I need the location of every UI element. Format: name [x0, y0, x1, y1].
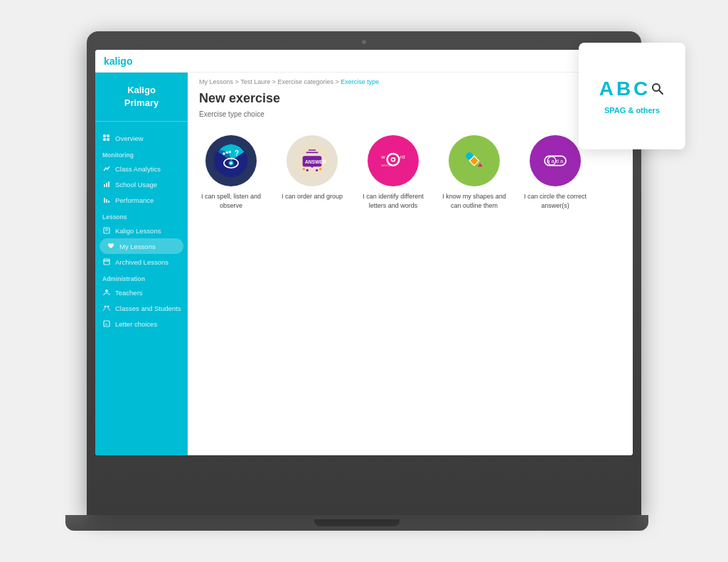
exercise-card-spell[interactable]: ? I can spell, listen and observe: [199, 135, 263, 210]
group-icon: [102, 304, 111, 312]
sidebar-item-overview[interactable]: Overview: [95, 130, 188, 146]
letter-icon: A: [102, 319, 111, 328]
order-icon: ANSWER: [287, 135, 338, 186]
svg-point-25: [230, 162, 232, 164]
breadcrumb: My Lessons > Test Laure > Exercise categ…: [188, 73, 633, 88]
laptop-screen: kaligo KaligoPrimary Overview Monitoring: [95, 50, 633, 455]
svg-point-28: [229, 151, 231, 153]
breadcrumb-item-2[interactable]: Test Laure: [240, 78, 270, 85]
bar-icon: [102, 180, 111, 189]
search-icon: [651, 82, 665, 96]
sidebar-label-archived-lessons: Archived Lessons: [115, 258, 168, 266]
exercise-card-order[interactable]: ANSWER: [280, 135, 344, 210]
svg-text:?: ?: [235, 149, 239, 157]
svg-rect-6: [104, 184, 105, 187]
sidebar: KaligoPrimary Overview Monitoring Clas: [95, 73, 188, 455]
laptop-notch: [314, 519, 400, 526]
sidebar-label-performance: Performance: [115, 196, 154, 204]
svg-rect-11: [108, 201, 109, 203]
exercise-card-shapes[interactable]: I know my shapes and can outline them: [442, 135, 506, 210]
svg-rect-4: [103, 138, 106, 141]
breadcrumb-item-1[interactable]: My Lessons: [199, 78, 233, 85]
svg-text:word: word: [380, 163, 390, 167]
laptop: kaligo KaligoPrimary Overview Monitoring: [80, 31, 648, 531]
exercise-grid: ? I can spell, listen and observe: [188, 129, 633, 221]
sidebar-label-my-lessons: My Lessons: [119, 243, 156, 250]
school-name: KaligoPrimary: [95, 84, 188, 122]
sidebar-section-lessons: Lessons: [95, 208, 188, 223]
svg-text:w: w: [380, 154, 385, 160]
circle-label: I can circle the correct answer(s): [523, 192, 587, 210]
svg-point-27: [226, 152, 228, 154]
svg-point-35: [303, 168, 305, 170]
exercise-card-identify[interactable]: w rd word I can identif: [361, 135, 425, 210]
svg-text:ANSWER: ANSWER: [305, 159, 326, 164]
svg-line-1: [659, 90, 663, 94]
main-layout: KaligoPrimary Overview Monitoring Clas: [95, 73, 633, 455]
laptop-camera: [362, 40, 366, 44]
order-label: I can order and group: [282, 192, 343, 201]
breadcrumb-item-4[interactable]: Exercise type: [341, 78, 379, 85]
spell-label: I can spell, listen and observe: [199, 192, 263, 210]
svg-rect-3: [107, 134, 109, 137]
heart-icon: [107, 242, 115, 250]
spag-card[interactable]: A B C SPAG & others: [579, 43, 685, 149]
svg-text:rd: rd: [400, 154, 405, 160]
sidebar-label-class-analytics: Class Analytics: [115, 165, 161, 173]
svg-text:A: A: [105, 322, 108, 327]
svg-rect-7: [106, 183, 107, 187]
svg-rect-10: [106, 199, 107, 203]
svg-point-38: [316, 169, 318, 171]
svg-rect-8: [108, 181, 109, 187]
top-bar: kaligo: [95, 50, 633, 73]
sidebar-item-classes-students[interactable]: Classes and Students: [95, 300, 188, 316]
archive-icon: [102, 258, 111, 266]
svg-point-26: [223, 152, 225, 154]
sidebar-item-performance[interactable]: Performance: [95, 192, 188, 208]
laptop-base: [65, 515, 648, 531]
chart-icon: [102, 164, 111, 173]
svg-point-36: [319, 168, 321, 170]
sidebar-item-teachers[interactable]: Teachers: [95, 285, 188, 300]
book-icon: [102, 226, 111, 235]
kaligo-logo: kaligo: [104, 55, 132, 67]
overview-icon: [102, 134, 111, 142]
spag-label: SPAG & others: [604, 106, 660, 115]
sidebar-item-school-usage[interactable]: School Usage: [95, 176, 188, 192]
svg-rect-5: [107, 138, 109, 141]
sidebar-item-my-lessons[interactable]: My Lessons: [100, 238, 183, 254]
page-subtitle: Exercise type choice: [188, 109, 633, 129]
sidebar-label-overview: Overview: [115, 134, 144, 142]
svg-point-44: [392, 159, 394, 161]
exercise-card-circle[interactable]: a a d a I can circle the correct answer(…: [523, 135, 587, 210]
breadcrumb-item-3[interactable]: Exercise categories: [277, 78, 333, 85]
sidebar-item-class-analytics[interactable]: Class Analytics: [95, 161, 188, 176]
sidebar-label-teachers: Teachers: [115, 289, 143, 297]
sidebar-label-classes-students: Classes and Students: [115, 304, 181, 312]
person-icon: [102, 288, 111, 297]
page-title: New exercise: [188, 88, 633, 109]
svg-point-19: [107, 306, 109, 308]
sidebar-label-kaligo-lessons: Kaligo Lessons: [115, 227, 161, 235]
abc-icon: A B C: [599, 78, 665, 100]
content-area: My Lessons > Test Laure > Exercise categ…: [188, 73, 633, 455]
svg-point-17: [105, 290, 108, 292]
shapes-label: I know my shapes and can outline them: [442, 192, 506, 210]
breadcrumb-sep-1: >: [235, 78, 241, 85]
sidebar-label-school-usage: School Usage: [115, 181, 157, 189]
perf-icon: [102, 196, 111, 204]
sidebar-section-monitoring: Monitoring: [95, 146, 188, 161]
sidebar-item-letter-choices[interactable]: A Letter choices: [95, 316, 188, 332]
identify-label: I can identify different letters and wor…: [361, 192, 425, 210]
svg-rect-9: [104, 198, 105, 203]
svg-point-18: [105, 306, 107, 308]
svg-rect-2: [103, 134, 106, 137]
spell-icon: ?: [205, 135, 257, 186]
laptop-screen-frame: kaligo KaligoPrimary Overview Monitoring: [87, 31, 641, 515]
svg-point-37: [306, 169, 309, 171]
sidebar-item-archived-lessons[interactable]: Archived Lessons: [95, 254, 188, 270]
identify-icon: w rd word: [368, 135, 419, 186]
sidebar-label-letter-choices: Letter choices: [115, 320, 157, 328]
circle-icon: a a d a: [530, 135, 581, 186]
sidebar-item-kaligo-lessons[interactable]: Kaligo Lessons: [95, 223, 188, 238]
